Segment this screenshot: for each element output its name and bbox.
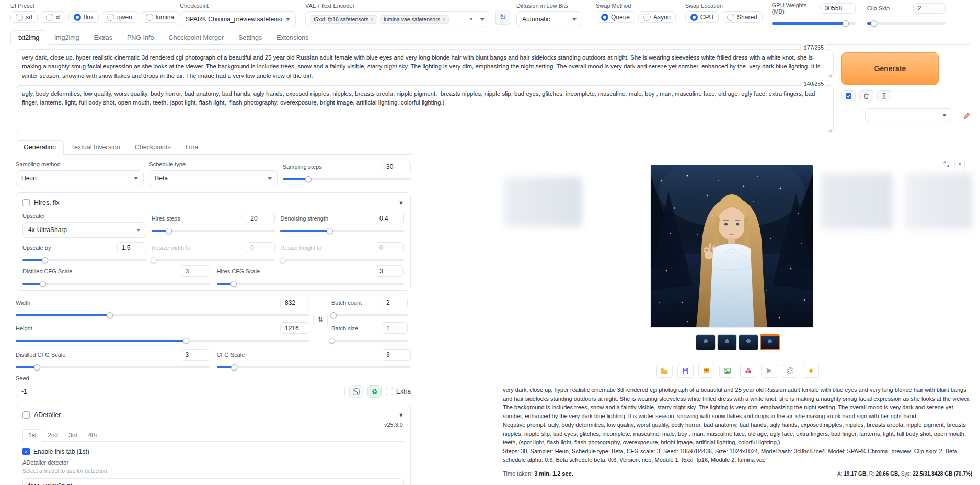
thumbnail-3[interactable] [739, 334, 758, 350]
tab-png-info[interactable]: PNG Info [120, 31, 161, 44]
resize-grip-icon[interactable] [828, 73, 832, 77]
tab-settings[interactable]: Settings [231, 31, 269, 44]
cfg-scale-input[interactable]: 3 [382, 349, 411, 361]
tab-textual-inversion[interactable]: Textual Inversion [64, 141, 128, 154]
resize-width-slider[interactable] [152, 259, 275, 261]
adetailer-tab-2nd[interactable]: 2nd [42, 430, 63, 441]
generated-image[interactable] [651, 165, 813, 327]
schedule-type-dropdown[interactable]: Beta [149, 170, 277, 186]
slider-handle[interactable] [34, 364, 40, 371]
resize-width-input[interactable]: 0 [246, 242, 275, 253]
slider-handle[interactable] [231, 364, 237, 371]
hires-fix-checkbox[interactable] [22, 199, 30, 206]
width-slider[interactable] [16, 314, 309, 316]
palette-button[interactable] [782, 364, 798, 378]
extra-seed-toggle[interactable]: Extra [386, 388, 411, 395]
tab-generation[interactable]: Generation [16, 140, 64, 155]
swap-location-shared[interactable]: Shared [722, 11, 763, 23]
hires-steps-input[interactable]: 20 [246, 213, 275, 224]
adetailer-checkbox[interactable] [22, 411, 30, 419]
neo-sparkle-button[interactable] [803, 364, 819, 378]
hires-distilled-cfg-input[interactable]: 3 [181, 265, 210, 277]
tab-extensions[interactable]: Extensions [269, 31, 316, 44]
reuse-seed-button[interactable]: ♻ [367, 385, 382, 398]
swap-method-queue[interactable]: Queue [596, 11, 635, 23]
adetailer-enable-toggle[interactable]: Enable this tab (1st) [22, 448, 404, 455]
tab-checkpoint-merger[interactable]: Checkpoint Merger [161, 31, 231, 44]
thumbnail-1[interactable] [696, 334, 716, 350]
save-zip-button[interactable] [698, 364, 714, 378]
tab-lora[interactable]: Lora [178, 141, 205, 154]
close-gallery-button[interactable]: × [954, 159, 965, 169]
edit-styles-button[interactable] [960, 109, 973, 122]
ui-preset-option-flux[interactable]: flux [68, 11, 99, 23]
hires-cfg-input[interactable]: 3 [375, 265, 404, 277]
batch-size-slider[interactable] [331, 340, 408, 342]
distilled-cfg-input[interactable]: 3 [181, 349, 210, 361]
accordion-collapse-icon[interactable]: ▼ [398, 412, 404, 418]
send-to-extras-button[interactable] [761, 364, 777, 378]
accordion-collapse-icon[interactable]: ▼ [398, 200, 404, 206]
sampling-steps-slider[interactable] [283, 178, 411, 180]
hires-cfg-slider[interactable] [217, 283, 405, 285]
slider-handle[interactable] [843, 20, 849, 27]
tab-extras[interactable]: Extras [87, 31, 120, 44]
hires-fix-header[interactable]: Hires. fix ▼ [22, 197, 404, 209]
height-input[interactable]: 1216 [280, 322, 309, 334]
ui-preset-option-xl[interactable]: xl [41, 11, 66, 23]
slider-handle[interactable] [330, 312, 337, 318]
ui-preset-option-qwen[interactable]: qwen [102, 11, 137, 23]
send-to-inpaint-button[interactable] [740, 364, 756, 378]
resize-grip-icon[interactable] [828, 128, 832, 132]
clip-skip-input[interactable]: 2 [913, 3, 946, 14]
cfg-scale-slider[interactable] [217, 366, 411, 368]
swap-method-async[interactable]: Async [638, 11, 676, 23]
upscale-by-input[interactable]: 1.5 [117, 242, 146, 253]
swap-width-height-button[interactable]: ⇅ [313, 313, 328, 326]
resize-height-slider[interactable] [280, 259, 404, 261]
width-input[interactable]: 832 [280, 297, 309, 308]
fullscreen-button[interactable] [941, 159, 951, 169]
seed-input[interactable]: -1 [16, 385, 345, 398]
batch-count-slider[interactable] [331, 314, 408, 316]
slider-handle[interactable] [151, 257, 157, 263]
clear-prompt-button[interactable] [859, 90, 873, 101]
slider-handle[interactable] [230, 281, 237, 287]
batch-count-input[interactable]: 2 [382, 297, 408, 308]
upscaler-dropdown[interactable]: 4x-UltraSharp [22, 222, 146, 238]
thumbnail-4-selected[interactable] [760, 334, 780, 350]
swap-location-cpu[interactable]: CPU [685, 11, 719, 23]
ui-preset-option-lumina[interactable]: lumina [141, 11, 179, 23]
slider-handle[interactable] [305, 176, 312, 182]
adetailer-enable-checkbox[interactable] [22, 448, 30, 455]
sampling-steps-input[interactable]: 30 [382, 161, 411, 172]
reload-button[interactable]: ↻ [495, 10, 510, 25]
positive-prompt-input[interactable]: very dark, close up, hyper realistic cin… [16, 49, 834, 78]
checkpoint-dropdown[interactable]: SPARK.Chroma_preview.safetensors [180, 11, 296, 27]
adetailer-header[interactable]: ADetailer ▼ [22, 409, 404, 421]
slider-handle[interactable] [42, 257, 48, 263]
hires-distilled-cfg-slider[interactable] [22, 283, 210, 285]
slider-handle[interactable] [183, 338, 189, 344]
slider-handle[interactable] [107, 312, 113, 318]
slider-handle[interactable] [327, 228, 333, 234]
distilled-cfg-slider[interactable] [16, 366, 210, 368]
hires-steps-slider[interactable] [152, 230, 275, 232]
denoising-strength-input[interactable]: 0.4 [375, 213, 404, 224]
styles-dropdown[interactable] [865, 108, 952, 122]
vae-multiselect[interactable]: t5xxl_fp16.safetensors× lumina vae.safet… [305, 11, 489, 27]
adetailer-tab-4th[interactable]: 4th [83, 430, 102, 441]
slider-handle[interactable] [40, 281, 46, 287]
denoising-strength-slider[interactable] [280, 230, 404, 232]
remove-tag-icon[interactable]: × [371, 17, 374, 22]
resize-height-input[interactable]: 0 [375, 242, 404, 253]
slider-handle[interactable] [166, 228, 172, 234]
tab-checkpoints[interactable]: Checkpoints [128, 141, 178, 154]
negative-prompt-input[interactable]: ugly, body deformities, low quality, wor… [16, 85, 834, 133]
slider-handle[interactable] [280, 257, 286, 263]
batch-size-input[interactable]: 1 [382, 322, 408, 334]
upscale-by-slider[interactable] [22, 259, 146, 261]
height-slider[interactable] [16, 340, 309, 342]
paste-generation-button[interactable] [841, 90, 856, 101]
remove-tag-icon[interactable]: × [442, 17, 445, 22]
